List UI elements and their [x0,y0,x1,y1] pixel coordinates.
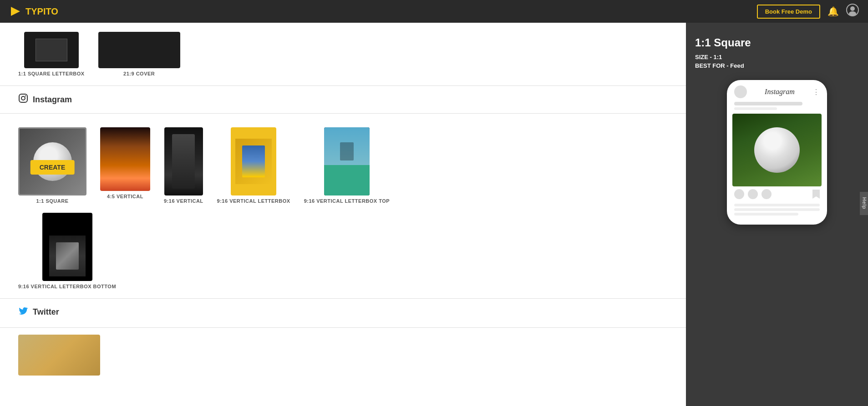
twitter-section-header: Twitter [0,298,686,328]
svg-marker-0 [11,7,20,16]
format-item-4-5[interactable]: 4:5 VERTICAL [100,127,150,199]
caption-bar-2 [734,208,820,211]
header-right: Book Free Demo 🔔 [757,4,859,19]
phone-menu-dots-icon: ⋮ [812,88,820,96]
thumb-9-16-lbb [42,213,92,281]
header: TYPITO Book Free Demo 🔔 [0,0,868,23]
twitter-formats-grid [0,332,686,385]
phone-insta-logo: Instagram [765,88,795,96]
format-label-9-16-lbb: 9:16 VERTICAL LETTERBOX BOTTOM [18,284,116,289]
phone-avatar [734,85,747,98]
phone-caption-bars [732,202,822,219]
top-formats-grid: 1:1 SQUARE LETTERBOX 21:9 COVER [0,23,686,85]
instagram-formats-grid-row2: 9:16 VERTICAL LETTERBOX BOTTOM [0,213,686,298]
format-label-4-5: 4:5 VERTICAL [107,194,143,199]
svg-point-5 [21,96,25,100]
phone-sub-placeholder [734,107,777,110]
twitter-icon [18,306,28,318]
caption-bar-1 [734,204,820,206]
svg-point-3 [849,11,856,16]
format-item-9-16-lbt[interactable]: 9:16 VERTICAL LETTERBOX TOP [304,127,390,204]
help-tab[interactable]: Help [860,191,868,215]
thumb-9-16-lbt [324,127,370,195]
phone-bookmark-icon [812,190,820,199]
format-label-9-16-v: 9:16 VERTICAL [164,198,203,204]
girl-thumbnail-bg [100,127,150,191]
format-item-21-9[interactable]: 21:9 COVER [98,32,180,76]
book-demo-button[interactable]: Book Free Demo [757,5,820,19]
format-item-square-lb[interactable]: 1:1 SQUARE LETTERBOX [18,32,85,76]
instagram-icon [18,93,28,106]
panel-bestfor-value: Feed [730,62,744,69]
panel-size-row: SIZE - 1:1 [695,54,722,60]
phone-user-info [732,102,822,110]
svg-point-2 [850,6,855,11]
format-label-square-lb: 1:1 SQUARE LETTERBOX [18,71,85,76]
logo: TYPITO [9,5,58,18]
instagram-formats-grid: CREATE 1:1 SQUARE 4:5 VERTICAL [0,118,686,213]
phone-header: Instagram ⋮ [732,85,822,98]
phone-name-placeholder [734,102,802,105]
user-avatar-icon[interactable] [846,4,859,19]
twitter-section-title: Twitter [33,307,59,317]
thumb-9-16-v [164,127,203,195]
phone-actions [732,186,822,202]
thumb-21-9 [98,32,180,68]
phone-action-left [734,189,772,199]
format-item-9-16-v[interactable]: 9:16 VERTICAL [164,127,203,204]
instagram-section-title: Instagram [33,95,72,105]
panel-title: 1:1 Square [695,36,751,49]
panel-size-value: 1:1 [713,54,722,60]
panel-bestfor-label: BEST FOR [695,62,725,69]
instagram-section-header: Instagram [0,85,686,114]
format-item-9-16-lb[interactable]: 9:16 VERTICAL LETTERBOX [217,127,290,204]
typito-logo-icon [9,5,22,18]
caption-bar-3 [734,213,798,216]
format-label-9-16-lbt: 9:16 VERTICAL LETTERBOX TOP [304,198,390,204]
content-area: 1:1 SQUARE LETTERBOX 21:9 COVER Instagra… [0,23,686,406]
format-label-21-9: 21:9 COVER [123,71,155,76]
main-layout: 1:1 SQUARE LETTERBOX 21:9 COVER Instagra… [0,23,868,406]
format-label-1-1: 1:1 SQUARE [36,198,68,204]
format-label-9-16-lb: 9:16 VERTICAL LETTERBOX [217,198,290,204]
panel-bestfor-row: BEST FOR - Feed [695,62,744,69]
notification-icon[interactable]: 🔔 [827,6,839,17]
panel-size-label: SIZE [695,54,708,60]
phone-share-icon [761,189,772,199]
svg-point-6 [25,95,26,96]
thumb-9-16-lb [231,127,276,195]
format-item-1-1-square[interactable]: CREATE 1:1 SQUARE [18,127,86,204]
thumb-4-5 [100,127,150,191]
thumb-square-letterbox [24,32,79,68]
phone-post-image [732,114,822,186]
format-item-9-16-lbb[interactable]: 9:16 VERTICAL LETTERBOX BOTTOM [18,213,116,289]
svg-rect-4 [19,94,27,102]
phone-comment-icon [748,189,758,199]
thumb-twitter [18,335,100,376]
format-item-twitter-1[interactable] [18,335,100,376]
phone-mockup: Instagram ⋮ [727,80,827,225]
logo-text: TYPITO [25,6,58,17]
thumb-1-1-square: CREATE [18,127,86,195]
create-button[interactable]: CREATE [30,160,75,175]
phone-like-icon [734,189,744,199]
right-panel: 1:1 Square SIZE - 1:1 BEST FOR - Feed In… [686,23,868,406]
